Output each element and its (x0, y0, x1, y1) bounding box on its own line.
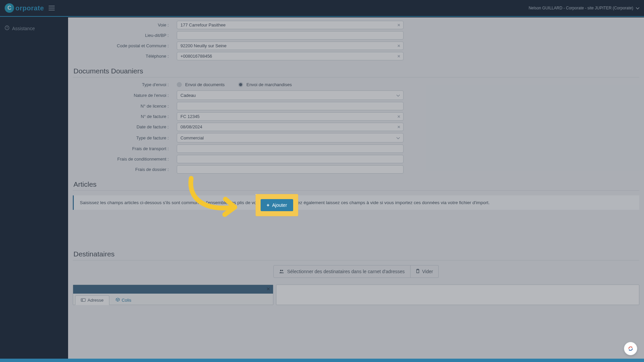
input-frais-transport[interactable] (177, 144, 404, 153)
sidebar-item-label: Assistance (12, 26, 35, 31)
row-date-facture: Date de facture : 08/08/2024 ✕ (73, 123, 639, 131)
tutorial-highlight: + Ajouter (256, 194, 298, 216)
bottom-band (0, 359, 644, 362)
label-lieudit: Lieu-dit/BP : (73, 33, 177, 38)
help-floating-button[interactable] (624, 342, 637, 355)
input-licence[interactable] (177, 102, 404, 110)
brand-mark: C (5, 3, 14, 13)
tab-adresse-label: Adresse (88, 298, 104, 303)
tab-colis[interactable]: Colis (110, 295, 137, 305)
label-tel: Téléphone : (73, 54, 177, 59)
input-cp-value: 92200 Neuilly sur Seine (180, 43, 226, 48)
top-nav: C orporate Nelson GUILLARD - Corporate -… (0, 0, 644, 17)
chevron-down-icon (396, 93, 400, 98)
row-lieudit: Lieu-dit/BP : (73, 31, 639, 40)
label-type-facture: Type de facture : (73, 135, 177, 140)
label-cp: Code postal et Commune : (73, 43, 177, 48)
dest-tabs: Adresse Colis (73, 294, 273, 305)
highlight-frame: + Ajouter (256, 194, 298, 216)
input-date-facture-value: 08/08/2024 (180, 124, 202, 129)
svg-rect-7 (81, 299, 86, 302)
select-nature-value: Cadeau (180, 93, 196, 98)
refresh-icon (628, 346, 634, 352)
chevron-down-icon (636, 6, 639, 10)
radio-icon (238, 82, 243, 87)
tab-adresse[interactable]: Adresse (75, 295, 109, 305)
addressbook-icon (279, 269, 284, 274)
row-licence: N° de licence : (73, 102, 639, 110)
plus-icon: + (267, 202, 269, 208)
input-frais-dossier[interactable] (177, 165, 404, 174)
input-tel-value: +008016788456 (180, 54, 212, 59)
menu-toggle-icon[interactable] (49, 6, 55, 10)
row-frais-cond: Frais de conditionnement : (73, 155, 639, 163)
input-cp[interactable]: 92200 Neuilly sur Seine ✕ (177, 42, 404, 50)
radio-icon (177, 82, 182, 87)
input-facture[interactable]: FC 12345 ✕ (177, 112, 404, 121)
svg-text:?: ? (6, 26, 8, 29)
close-icon[interactable]: ✕ (266, 286, 270, 292)
input-voie[interactable]: 177 Carrefour Pasithee ✕ (177, 21, 404, 29)
brand-name: orporate (15, 4, 44, 12)
close-icon[interactable]: ✕ (397, 125, 400, 129)
help-icon: ? (5, 25, 9, 31)
close-icon[interactable]: ✕ (397, 44, 400, 48)
label-frais-cond: Frais de conditionnement : (73, 157, 177, 162)
svg-point-8 (82, 299, 83, 300)
row-type-envoi: Type d'envoi : Envoi de documents Envoi … (73, 82, 639, 87)
row-facture: N° de facture : FC 12345 ✕ (73, 112, 639, 121)
select-nature[interactable]: Cadeau (177, 90, 404, 100)
row-type-facture: Type de facture : Commercial (73, 133, 639, 142)
input-tel[interactable]: +008016788456 ✕ (177, 52, 404, 60)
input-frais-cond[interactable] (177, 155, 404, 163)
sidebar-item-assistance[interactable]: ? Assistance (0, 22, 68, 35)
sidebar: ? Assistance (0, 17, 68, 362)
articles-info: Saisissez les champs articles ci-dessous… (73, 195, 639, 210)
svg-point-5 (280, 270, 281, 271)
user-menu[interactable]: Nelson GUILLARD - Corporate - site JUPIT… (529, 6, 639, 10)
row-frais-dossier: Frais de dossier : (73, 165, 639, 174)
svg-point-6 (282, 270, 283, 271)
trash-icon (416, 269, 420, 274)
dest-card-header: ✕ (73, 285, 273, 294)
radio-marchandises-label: Envoi de marchandises (247, 82, 292, 87)
close-icon[interactable]: ✕ (397, 54, 400, 59)
label-type-envoi: Type d'envoi : (73, 82, 177, 87)
row-voie: Voie : 177 Carrefour Pasithee ✕ (73, 21, 639, 29)
label-licence: N° de licence : (73, 104, 177, 109)
dest-area: ✕ Adresse Colis (73, 285, 639, 305)
input-date-facture[interactable]: 08/08/2024 ✕ (177, 123, 404, 131)
label-nature: Nature de l'envoi : (73, 93, 177, 98)
select-recipients-button[interactable]: Sélectionner des destinataires dans le c… (273, 265, 411, 278)
dest-empty-panel (276, 285, 639, 305)
input-facture-value: FC 12345 (180, 114, 200, 119)
close-icon[interactable]: ✕ (397, 114, 400, 119)
dest-button-row: Sélectionner des destinataires dans le c… (73, 265, 639, 278)
row-cp: Code postal et Commune : 92200 Neuilly s… (73, 42, 639, 50)
address-card-icon (81, 298, 86, 303)
vider-button[interactable]: Vider (411, 265, 439, 278)
add-button-label: Ajouter (272, 202, 287, 208)
chevron-down-icon (396, 135, 400, 140)
label-frais-transport: Frais de transport : (73, 146, 177, 151)
add-button[interactable]: + Ajouter (261, 199, 293, 211)
input-lieudit[interactable] (177, 31, 404, 40)
input-voie-value: 177 Carrefour Pasithee (180, 22, 225, 27)
dest-card: ✕ Adresse Colis (73, 285, 273, 305)
main-content: Voie : 177 Carrefour Pasithee ✕ Lieu-dit… (68, 17, 644, 362)
user-line: Nelson GUILLARD - Corporate - site JUPIT… (529, 6, 633, 10)
box-icon (116, 298, 120, 303)
row-nature: Nature de l'envoi : Cadeau (73, 90, 639, 100)
close-icon[interactable]: ✕ (397, 23, 400, 27)
label-date-facture: Date de facture : (73, 124, 177, 129)
radio-documents[interactable]: Envoi de documents (177, 82, 225, 87)
label-frais-dossier: Frais de dossier : (73, 167, 177, 172)
section-dest-title: Destinataires (73, 250, 639, 260)
label-voie: Voie : (73, 22, 177, 27)
section-customs-title: Documents Douaniers (73, 67, 639, 77)
add-button-wrap (73, 219, 639, 240)
vider-label: Vider (422, 269, 433, 274)
select-type-facture-value: Commercial (180, 135, 204, 140)
select-type-facture[interactable]: Commercial (177, 133, 404, 142)
radio-marchandises[interactable]: Envoi de marchandises (238, 82, 292, 87)
